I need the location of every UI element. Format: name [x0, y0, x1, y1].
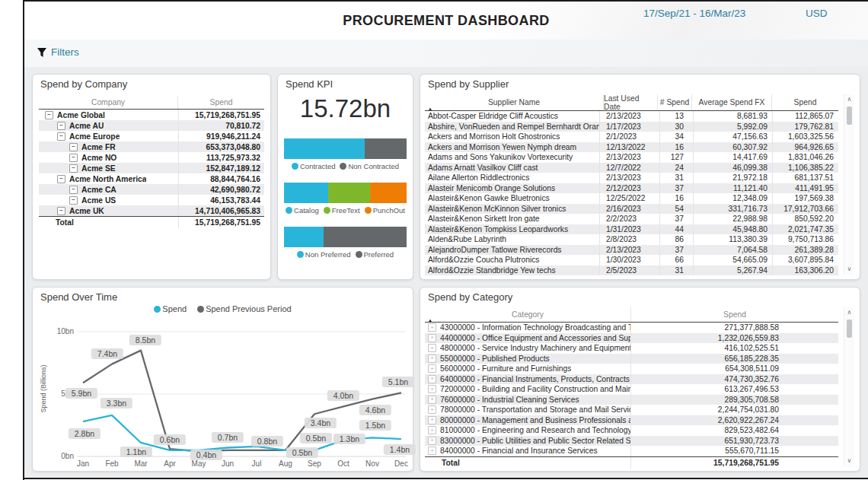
- table-row[interactable]: Alasteir Menicomb Orange Solutions2/12/2…: [425, 183, 838, 194]
- date-range-filter[interactable]: 17/Sep/21 - 16/Mar/23: [643, 8, 745, 19]
- column-header-spend[interactable]: Spend: [771, 94, 838, 110]
- expand-icon[interactable]: +: [428, 385, 436, 393]
- column-header-company[interactable]: Company: [39, 96, 177, 109]
- table-row[interactable]: Alford&Ozzie Coucha Plutronics1/30/20236…: [425, 255, 838, 265]
- column-header-category[interactable]: Category: [425, 307, 630, 322]
- kpi-bar-segment-catalog[interactable]: [284, 183, 328, 203]
- company-name: Acme CA: [81, 186, 116, 194]
- expand-icon[interactable]: +: [428, 323, 436, 332]
- legend-item[interactable]: Preferred: [356, 250, 394, 259]
- table-row[interactable]: +83000000 - Public Utilities and Public …: [425, 436, 838, 447]
- table-row[interactable]: +55000000 - Published Products656,185,22…: [425, 354, 838, 364]
- table-row[interactable]: +43000000 - Information Technology Broad…: [425, 323, 838, 333]
- table-row[interactable]: AlejandroDumper Tatlowe Riverecords2/13/…: [425, 245, 838, 256]
- expand-icon[interactable]: +: [428, 334, 436, 342]
- scroll-down-icon[interactable]: ∨: [844, 266, 854, 272]
- legend-item[interactable]: FreeText: [324, 206, 360, 215]
- kpi-bar-segment-non-preferred[interactable]: [284, 227, 324, 247]
- collapse-icon[interactable]: −: [69, 154, 78, 162]
- collapse-icon[interactable]: −: [57, 132, 65, 141]
- collapse-icon[interactable]: −: [45, 111, 53, 119]
- table-row[interactable]: −Acme US46,153,783.44: [39, 195, 264, 205]
- expand-icon[interactable]: +: [428, 405, 436, 414]
- expand-icon[interactable]: +: [428, 375, 436, 383]
- column-header-supplier-name[interactable]: Supplier Name: [425, 94, 603, 110]
- expand-icon[interactable]: +: [428, 344, 436, 352]
- collapse-icon[interactable]: −: [69, 143, 78, 151]
- table-row[interactable]: Alasteir&Kenon Tompkiss Leopardworks1/31…: [425, 224, 838, 235]
- table-row[interactable]: Alden&Rube Labyrinth2/8/202386113,380.39…: [425, 234, 838, 245]
- table-row[interactable]: +64000000 - Financial Instruments, Produ…: [425, 374, 838, 385]
- table-row[interactable]: +80000000 - Management and Business Prof…: [425, 415, 838, 426]
- table-row[interactable]: −Acme AU70,810.72: [39, 120, 264, 131]
- table-row[interactable]: Alasteir&Kenon Gawke Bluetronics12/25/20…: [425, 193, 838, 204]
- kpi-bar-segment-preferred[interactable]: [324, 227, 407, 247]
- table-row[interactable]: −Acme NO113,725,973.32: [39, 152, 264, 163]
- supplier-scrollbar[interactable]: ∧ ∨: [844, 94, 854, 275]
- column-header-spend[interactable]: Spend: [630, 307, 838, 322]
- legend-item[interactable]: Non Preferred: [297, 250, 351, 259]
- table-row[interactable]: +78000000 - Transportation and Storage a…: [425, 405, 838, 415]
- supplier-cell: Ackers and Morrison Yewen Nymph dream: [425, 142, 599, 153]
- legend-item[interactable]: PunchOut: [365, 206, 405, 215]
- legend-item[interactable]: Non Contracted: [340, 162, 399, 170]
- table-row[interactable]: +72000000 - Building and Facility Constr…: [425, 384, 838, 395]
- table-row[interactable]: −Acme FR653,373,048.80: [39, 141, 264, 152]
- collapse-icon[interactable]: −: [57, 122, 65, 130]
- column-header-last-used-date[interactable]: Last Used Date: [603, 94, 657, 110]
- category-scrollbar[interactable]: ∧ ∨: [844, 307, 854, 466]
- scroll-up-icon[interactable]: ∧: [844, 310, 854, 316]
- column-header-average-spend-fx[interactable]: Average Spend FX: [691, 94, 771, 110]
- collapse-icon[interactable]: −: [69, 186, 78, 194]
- table-row[interactable]: −Acme SE152,847,189.12: [39, 163, 264, 173]
- table-row[interactable]: −Acme Global15,719,268,751.95: [39, 110, 264, 120]
- table-row[interactable]: −Acme CA42,690,980.72: [39, 184, 264, 195]
- table-row[interactable]: Abshire, VonRueden and Rempel Bernhardt …: [425, 122, 838, 132]
- kpi-bar-segment-non-contracted[interactable]: [365, 138, 407, 159]
- table-row[interactable]: Adams Arnatt Vasilkov Cliff cast12/7/202…: [425, 163, 838, 173]
- table-row[interactable]: Alasteir&Kenon Sirkett Iron gate2/2/2023…: [425, 214, 838, 224]
- table-row[interactable]: Abbot-Casper Eldridge Cliff Acoustics2/1…: [425, 111, 838, 122]
- collapse-icon[interactable]: −: [57, 175, 65, 183]
- scrollbar-thumb[interactable]: [847, 106, 852, 125]
- table-row[interactable]: −Acme UK14,710,406,965.83: [39, 205, 264, 216]
- table-row[interactable]: +76000000 - Industrial Cleaning Services…: [425, 395, 838, 405]
- table-row[interactable]: +48000000 - Service Industry Machinery a…: [425, 343, 838, 354]
- kpi-legend: ContractedNon Contracted: [278, 162, 413, 170]
- table-row[interactable]: Adams and Sons Yakunikov Vortexecurity2/…: [425, 152, 838, 163]
- expand-icon[interactable]: +: [428, 416, 436, 424]
- kpi-bar-segment-contracted[interactable]: [284, 138, 365, 159]
- collapse-icon[interactable]: −: [69, 196, 78, 205]
- expand-icon[interactable]: +: [428, 364, 436, 373]
- table-row[interactable]: Ackers and Morrison Holt Ghostronics2/1/…: [425, 132, 838, 142]
- kpi-bar-segment-punchout[interactable]: [370, 183, 407, 203]
- column-header--spend[interactable]: # Spend: [657, 94, 691, 110]
- table-row[interactable]: −Acme North America88,844,764.16: [39, 173, 264, 184]
- expand-icon[interactable]: +: [428, 354, 436, 363]
- kpi-bar-segment-freetext[interactable]: [328, 183, 370, 203]
- expand-icon[interactable]: +: [428, 437, 436, 445]
- expand-icon[interactable]: +: [428, 426, 436, 434]
- legend-item[interactable]: Catalog: [286, 206, 319, 215]
- table-row[interactable]: +84000000 - Financial and Insurance Serv…: [425, 446, 838, 456]
- scroll-up-icon[interactable]: ∧: [844, 97, 854, 103]
- legend-item[interactable]: Contracted: [292, 162, 335, 170]
- scrollbar-thumb[interactable]: [847, 319, 852, 338]
- expand-icon[interactable]: +: [428, 396, 436, 404]
- table-row[interactable]: −Acme Europe919,946,211.24: [39, 131, 264, 141]
- table-row[interactable]: Alasteir&Kenon McKinnon Silver tronics2/…: [425, 204, 838, 215]
- scroll-down-icon[interactable]: ∨: [844, 458, 854, 464]
- filters-toggle[interactable]: Filters: [37, 46, 79, 58]
- table-row[interactable]: Alford&Ozzie Standbridge Yew techs2/5/20…: [425, 265, 838, 276]
- category-cell: +81000000 - Engineering and Research and…: [425, 426, 630, 434]
- collapse-icon[interactable]: −: [57, 207, 65, 215]
- table-row[interactable]: +56000000 - Furniture and Furnishings654…: [425, 364, 838, 374]
- collapse-icon[interactable]: −: [69, 164, 78, 173]
- table-row[interactable]: +44000000 - Office Equipment and Accesso…: [425, 333, 838, 344]
- expand-icon[interactable]: +: [428, 447, 436, 455]
- table-row[interactable]: Ailane Allerton Riddlectronics2/13/20233…: [425, 173, 838, 183]
- table-row[interactable]: Ackers and Morrison Yewen Nymph dream12/…: [425, 142, 838, 153]
- table-row[interactable]: +81000000 - Engineering and Research and…: [425, 425, 838, 436]
- column-header-spend[interactable]: Spend: [177, 96, 264, 109]
- currency-filter[interactable]: USD: [806, 8, 828, 19]
